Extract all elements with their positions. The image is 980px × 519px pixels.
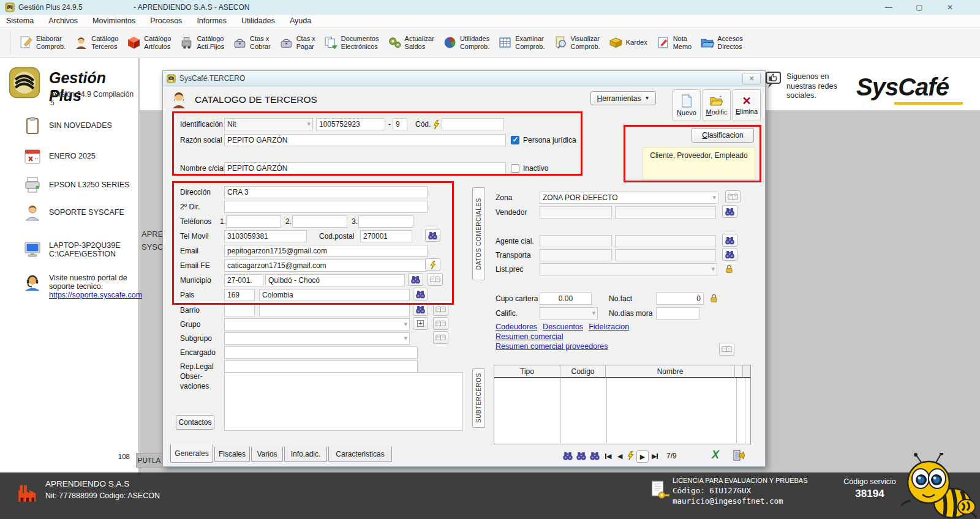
sidebar-item-soporte[interactable]: SOPORTE SYSCAFE: [23, 203, 124, 222]
sidebar-item-periodo[interactable]: ENERO 2025: [23, 147, 96, 165]
buscar-icon-2[interactable]: [576, 451, 587, 461]
buscar-vendedor-button[interactable]: [722, 205, 737, 218]
toolbar-ctas-cobrar[interactable]: Ctas xCobrar: [233, 35, 271, 50]
nombre-comercial-input[interactable]: PEPITO GARZÓN: [224, 162, 506, 174]
no-fact-input[interactable]: 0: [656, 293, 704, 305]
municipio-codigo-input[interactable]: 27-001.: [224, 274, 263, 286]
nav-last-button[interactable]: ▶: [652, 452, 658, 460]
nav-bolt-icon[interactable]: [627, 451, 634, 460]
toolbar-documentos-electronicos[interactable]: DocumentosElectrónicos: [324, 35, 379, 50]
sidebar-item-novedades[interactable]: SIN NOVEDADES: [23, 116, 112, 135]
exit-door-icon[interactable]: [733, 449, 745, 461]
subgrupo-book-button[interactable]: [433, 331, 448, 344]
email-fe-bolt-button[interactable]: [425, 258, 440, 271]
encargado-input[interactable]: [224, 346, 418, 359]
numero-identificacion-input[interactable]: 1005752923: [316, 118, 385, 130]
tab-info-adic[interactable]: Info.adic.: [284, 447, 327, 462]
tab-caracteristicas[interactable]: Caracteristicas: [328, 447, 392, 462]
eliminar-button[interactable]: ✕ Elimina: [733, 89, 761, 121]
menu-sistema[interactable]: Sistema: [6, 17, 34, 25]
telefono2-input[interactable]: [292, 215, 347, 228]
buscar-transporta-button[interactable]: [722, 248, 737, 261]
calific-select[interactable]: [540, 307, 598, 319]
digito-verificacion-input[interactable]: 9: [393, 118, 407, 130]
buscar-barrio-button[interactable]: [413, 303, 428, 316]
tel-movil-input[interactable]: 3103059381: [224, 230, 307, 242]
inactivo-checkbox[interactable]: [511, 164, 519, 173]
toolbar-examinar-comprob[interactable]: ExaminarComprob.: [498, 35, 545, 50]
grupo-book-button[interactable]: [433, 317, 448, 330]
buscar-icon-3[interactable]: [589, 451, 600, 461]
minimize-button[interactable]: —: [875, 0, 903, 15]
excel-export-icon[interactable]: X: [712, 449, 719, 461]
transporta-nombre-input[interactable]: [615, 249, 716, 261]
telefono1-input[interactable]: [226, 215, 281, 228]
toolbar-ctas-pagar[interactable]: Ctas xPagar: [279, 35, 315, 50]
zona-book-button[interactable]: [725, 190, 741, 203]
list-prec-select[interactable]: [540, 263, 717, 275]
toolbar-catalogo-terceros[interactable]: CatálogoTerceros: [74, 35, 118, 50]
menu-archivos[interactable]: Archivos: [48, 17, 78, 25]
nav-first-button[interactable]: ◀: [605, 452, 611, 460]
resumen-comercial-link[interactable]: Resumen comercial: [496, 332, 563, 341]
zona-select[interactable]: ZONA POR DEFECTO: [540, 192, 718, 204]
subgrupo-select[interactable]: [224, 332, 410, 345]
resumen-book-button[interactable]: [719, 343, 734, 356]
buscar-agente-button[interactable]: [722, 234, 737, 247]
column-header-codigo[interactable]: Codigo: [560, 365, 606, 378]
observaciones-textarea[interactable]: [224, 372, 463, 431]
tab-fiscales[interactable]: Fiscales: [214, 447, 250, 462]
buscar-pais-button[interactable]: [413, 288, 428, 301]
cupo-cartera-input[interactable]: 0.00: [540, 293, 592, 305]
barrio-book-button[interactable]: [433, 303, 448, 316]
menu-informes[interactable]: Informes: [197, 17, 227, 25]
tipo-identificacion-select[interactable]: Nit: [224, 118, 313, 130]
vendedor-codigo-input[interactable]: [540, 206, 612, 218]
nav-next-button[interactable]: ▶: [636, 450, 649, 463]
column-header-nombre[interactable]: Nombre: [606, 365, 735, 378]
email-input[interactable]: pepitogarzon1715@gmail.com: [224, 245, 428, 257]
pais-nombre-input[interactable]: Colombia: [259, 289, 410, 301]
descuentos-link[interactable]: Descuentos: [543, 323, 583, 331]
direccion-input[interactable]: CRA 3: [224, 186, 428, 198]
transporta-codigo-input[interactable]: [540, 249, 612, 261]
barrio-nombre-input[interactable]: [259, 304, 410, 316]
clasificacion-button[interactable]: Clasificacion: [692, 128, 754, 143]
dialog-close-button[interactable]: ✕: [742, 73, 761, 84]
sidebar-item-impresora[interactable]: EPSON L3250 SERIES: [23, 176, 129, 194]
toolbar-actualizar-saldos[interactable]: ActualizarSaldos: [388, 35, 434, 50]
menu-movimientos[interactable]: Movimientos: [92, 17, 135, 25]
datos-comerciales-vtab[interactable]: DATOS COMERCIALES: [472, 187, 485, 280]
modificar-button[interactable]: Modific: [703, 89, 731, 121]
toolbar-kardex[interactable]: Kardex: [609, 35, 647, 50]
toolbar-nota-memo[interactable]: NotaMemo: [656, 35, 692, 50]
vendedor-nombre-input[interactable]: [615, 206, 716, 218]
soporte-link[interactable]: https://soporte.syscafe.com: [49, 291, 142, 299]
menu-ayuda[interactable]: Ayuda: [290, 17, 311, 25]
direccion2-input[interactable]: [224, 201, 428, 213]
nuevo-button[interactable]: Nuevo: [673, 89, 701, 121]
toolbar-utilidades-comprob[interactable]: UtilidadesComprob.: [443, 35, 489, 50]
maximize-button[interactable]: ▢: [905, 0, 933, 15]
toolbar-catalogo-actifijos[interactable]: CatálogoActi.Fijos: [179, 35, 224, 50]
agente-nombre-input[interactable]: [615, 235, 716, 247]
grupo-add-button[interactable]: +: [413, 317, 428, 330]
telefono3-input[interactable]: [358, 215, 413, 228]
barrio-codigo-input[interactable]: [224, 304, 255, 316]
sidebar-item-portal[interactable]: Visite nuestro portal desoporte tecnico.…: [23, 274, 142, 299]
municipio-book-button[interactable]: [428, 273, 443, 286]
codigo-input[interactable]: [442, 118, 504, 130]
column-header-tipo[interactable]: Tipo: [494, 365, 560, 378]
fidelizacion-link[interactable]: Fidelizacion: [589, 323, 629, 331]
toolbar-catalogo-articulos[interactable]: CatálogoArtículos: [127, 35, 171, 50]
menu-utilidades[interactable]: Utilidades: [241, 17, 275, 25]
cod-postal-input[interactable]: 270001: [360, 230, 412, 242]
herramientas-button[interactable]: Herramientas▼: [590, 91, 656, 105]
buscar-municipio-button[interactable]: [408, 273, 423, 286]
tab-varios[interactable]: Varios: [251, 447, 283, 462]
resumen-comercial-proveedores-link[interactable]: Resumen comercial proveedores: [496, 342, 608, 351]
sidebar-item-equipo[interactable]: LAPTOP-3P2QU39EC:\CAFE\GESTION: [23, 240, 121, 258]
rep-legal-input[interactable]: [224, 360, 418, 373]
codeudores-link[interactable]: Codeudores: [496, 323, 537, 331]
buscar-cod-postal-button[interactable]: [425, 229, 440, 242]
